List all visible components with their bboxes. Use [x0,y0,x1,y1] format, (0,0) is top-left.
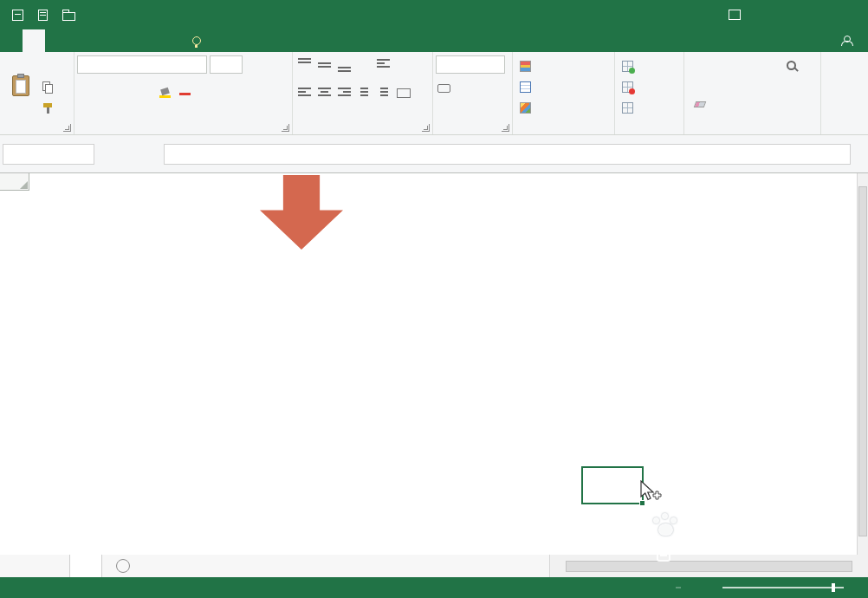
align-center-icon [318,88,331,100]
page-layout-view-button[interactable] [689,587,694,588]
formula-input[interactable] [164,144,851,165]
number-dialog-launcher[interactable] [502,124,509,132]
new-sheet-button[interactable] [116,559,130,573]
sort-filter-button[interactable] [713,55,765,120]
zoom-slider-thumb[interactable] [832,583,835,592]
underline-button[interactable] [117,84,134,102]
maximize-button[interactable] [792,0,830,29]
align-center-button[interactable] [315,84,333,102]
tab-insert[interactable] [45,29,68,52]
align-right-button[interactable] [335,84,353,102]
title-bar [0,0,868,29]
format-as-table-button[interactable] [515,76,612,97]
tell-me-box[interactable] [192,29,206,52]
align-left-button[interactable] [295,84,313,102]
save-icon[interactable] [12,10,23,21]
conditional-formatting-button[interactable] [515,55,612,76]
select-all-button[interactable] [0,173,29,191]
wrap-text-icon [377,59,390,71]
tab-home[interactable] [23,29,45,52]
zoom-slider[interactable] [722,587,844,588]
orientation-button[interactable] [355,55,372,74]
clear-button[interactable] [687,95,713,114]
scroll-up-icon[interactable] [858,173,868,185]
tab-formulas[interactable] [90,29,113,52]
decrease-indent-icon [360,88,368,100]
autosum-button[interactable] [687,55,713,74]
bottom-align-button[interactable] [335,55,353,74]
horizontal-scrollbar-thumb[interactable] [566,561,852,572]
delete-cells-button[interactable] [618,76,681,97]
mouse-cursor [639,480,664,504]
fill-color-button[interactable] [157,84,174,102]
minimize-button[interactable] [754,0,792,29]
bottom-align-icon [338,58,351,72]
increase-font-button[interactable] [245,55,262,74]
increase-decimal-button[interactable] [436,99,439,113]
ribbon-group-number [433,52,513,134]
align-left-icon [298,88,311,100]
wrap-text-button[interactable] [375,55,392,74]
format-painter-button[interactable] [39,99,56,117]
close-button[interactable] [830,0,868,29]
font-size-select[interactable] [210,55,243,74]
sheet-tab-bar [0,555,868,577]
cancel-button[interactable] [94,144,117,165]
number-format-select[interactable] [436,55,505,74]
selected-cell-outline[interactable] [581,466,644,504]
copy-button[interactable] [39,78,56,96]
accounting-format-button[interactable] [436,79,453,97]
open-folder-icon[interactable] [62,10,75,21]
cell-styles-button[interactable] [515,97,612,118]
cut-button[interactable] [39,57,56,75]
font-name-select[interactable] [77,55,207,74]
sheet-tab-sheet1[interactable] [69,555,102,577]
worksheet-grid[interactable] [0,173,857,555]
insert-cells-button[interactable] [618,55,681,76]
horizontal-scrollbar[interactable] [549,555,868,577]
merge-center-button[interactable] [395,84,412,102]
comma-style-button[interactable] [476,79,493,97]
alignment-dialog-launcher[interactable] [422,124,430,132]
vertical-scrollbar-thumb[interactable] [858,186,867,536]
person-icon [841,36,852,46]
decrease-indent-button[interactable] [355,84,372,102]
vertical-scrollbar[interactable] [857,173,868,555]
bold-button[interactable] [77,84,94,102]
ribbon-display-options-button[interactable] [716,0,754,29]
new-document-icon[interactable] [38,10,48,21]
percent-style-button[interactable] [456,79,473,97]
status-bar [0,577,868,598]
clipboard-dialog-launcher[interactable] [63,124,71,132]
tab-page-layout[interactable] [68,29,90,52]
excel-window [0,0,868,598]
clipboard-icon [12,75,29,96]
format-cells-button[interactable] [618,97,681,118]
borders-button[interactable] [137,84,154,102]
phonetic-guide-button[interactable] [197,84,214,102]
middle-align-button[interactable] [315,55,333,74]
find-select-button[interactable] [765,55,817,120]
share-button[interactable] [841,36,856,46]
tab-file[interactable] [0,29,23,52]
italic-button[interactable] [97,84,114,102]
top-align-button[interactable] [295,55,313,74]
normal-view-button[interactable] [676,587,681,588]
decrease-decimal-button[interactable] [442,99,445,113]
font-dialog-launcher[interactable] [282,124,289,132]
ribbon-group-font [74,52,293,134]
page-break-view-button[interactable] [702,587,707,588]
paste-button[interactable] [3,55,39,120]
font-color-button[interactable] [177,84,194,102]
name-box[interactable] [3,144,94,165]
enter-button[interactable] [117,144,139,165]
decrease-font-button[interactable] [265,55,282,74]
tab-review[interactable] [135,29,158,52]
tab-data[interactable] [113,29,135,52]
insert-function-button[interactable] [139,144,162,165]
tab-view[interactable] [158,29,180,52]
window-controls [716,0,868,29]
fill-button[interactable] [687,75,713,94]
increase-indent-button[interactable] [375,84,392,102]
scroll-down-icon[interactable] [858,543,868,555]
